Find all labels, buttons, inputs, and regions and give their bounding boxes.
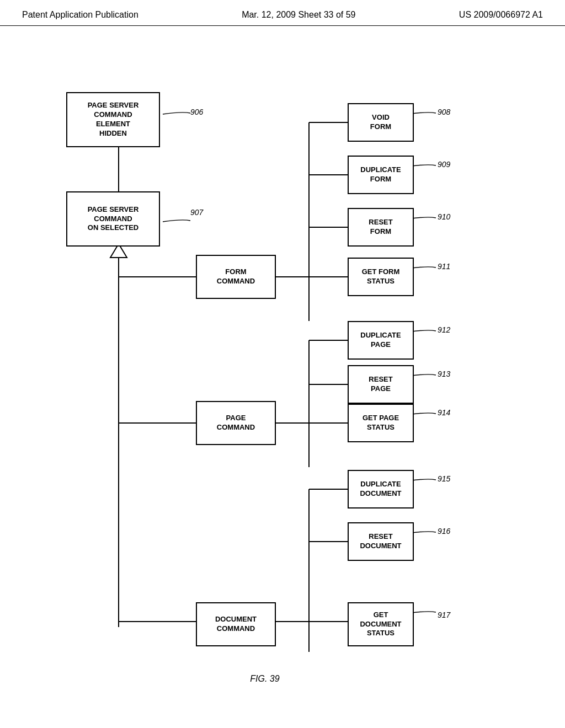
box-907: PAGE SERVER COMMAND ON SELECTED (66, 191, 160, 247)
ref-913: 913 (438, 370, 450, 378)
page-header: Patent Application Publication Mar. 12, … (0, 0, 565, 26)
figure-label: FIG. 39 (232, 674, 298, 684)
box-917: GET DOCUMENT STATUS (348, 602, 414, 646)
box-page-command: PAGE COMMAND (196, 401, 276, 445)
ref-915: 915 (438, 474, 450, 483)
ref-910: 910 (438, 212, 450, 221)
box-913: RESET PAGE (348, 365, 414, 404)
box-910: RESET FORM (348, 208, 414, 247)
box-911: GET FORM STATUS (348, 258, 414, 296)
box-914: GET PAGE STATUS (348, 404, 414, 442)
diagram-area: PAGE SERVER COMMAND ELEMENT HIDDEN 906 P… (0, 26, 565, 699)
ref-916: 916 (438, 527, 450, 536)
box-908: VOID FORM (348, 103, 414, 142)
box-doc-command: DOCUMENT COMMAND (196, 602, 276, 646)
header-right: US 2009/0066972 A1 (459, 10, 543, 20)
header-center: Mar. 12, 2009 Sheet 33 of 59 (242, 10, 355, 20)
header-left: Patent Application Publication (22, 10, 138, 20)
ref-914: 914 (438, 408, 450, 417)
box-916: RESET DOCUMENT (348, 522, 414, 561)
ref-907: 907 (190, 208, 203, 217)
box-912: DUPLICATE PAGE (348, 321, 414, 360)
ref-906: 906 (190, 108, 203, 116)
box-form-command: FORM COMMAND (196, 255, 276, 299)
box-909: DUPLICATE FORM (348, 156, 414, 194)
ref-912: 912 (438, 325, 450, 334)
ref-917: 917 (438, 611, 450, 619)
ref-909: 909 (438, 160, 450, 169)
box-915: DUPLICATE DOCUMENT (348, 470, 414, 508)
box-906: PAGE SERVER COMMAND ELEMENT HIDDEN (66, 92, 160, 147)
ref-908: 908 (438, 108, 450, 116)
ref-911: 911 (438, 262, 450, 271)
